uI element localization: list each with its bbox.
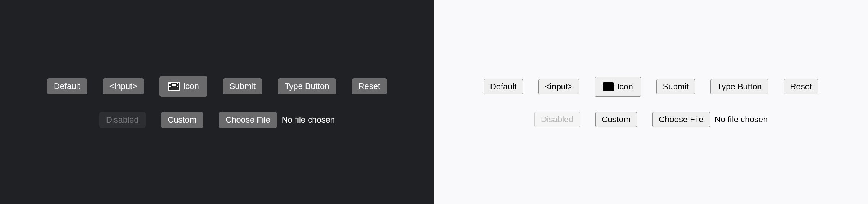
reset-button[interactable]: Reset — [352, 78, 387, 94]
file-status-text: No file chosen — [282, 115, 335, 125]
disabled-button: Disabled — [99, 112, 146, 128]
reset-button[interactable]: Reset — [784, 79, 818, 94]
light-panel: Default <input> Icon Submit Type Button … — [434, 0, 868, 204]
light-row-1: Default <input> Icon Submit Type Button … — [484, 77, 818, 97]
disabled-button: Disabled — [534, 112, 580, 127]
block-icon — [603, 82, 614, 91]
dark-panel: Default <input> Icon Submit Type Button … — [0, 0, 434, 204]
custom-button[interactable]: Custom — [161, 112, 204, 128]
file-input-group: Choose File No file chosen — [219, 112, 335, 128]
type-button[interactable]: Type Button — [278, 78, 336, 94]
choose-file-button[interactable]: Choose File — [652, 112, 710, 127]
icon-button-label: Icon — [617, 82, 633, 92]
custom-button[interactable]: Custom — [595, 112, 637, 127]
file-status-text: No file chosen — [715, 115, 768, 125]
file-input-group: Choose File No file chosen — [652, 112, 768, 127]
default-button[interactable]: Default — [484, 79, 523, 94]
input-button[interactable]: <input> — [103, 78, 144, 94]
icon-button[interactable]: Icon — [159, 76, 207, 97]
type-button[interactable]: Type Button — [710, 79, 768, 94]
icon-button[interactable]: Icon — [595, 77, 641, 97]
icon-button-label: Icon — [183, 81, 199, 91]
input-button[interactable]: <input> — [538, 79, 579, 94]
submit-button[interactable]: Submit — [656, 79, 695, 94]
mail-icon — [168, 82, 180, 91]
default-button[interactable]: Default — [47, 78, 87, 94]
dark-row-1: Default <input> Icon Submit Type Button … — [47, 76, 387, 97]
choose-file-button[interactable]: Choose File — [219, 112, 277, 128]
light-row-2: Disabled Custom Choose File No file chos… — [534, 112, 768, 127]
submit-button[interactable]: Submit — [223, 78, 262, 94]
dark-row-2: Disabled Custom Choose File No file chos… — [99, 112, 335, 128]
